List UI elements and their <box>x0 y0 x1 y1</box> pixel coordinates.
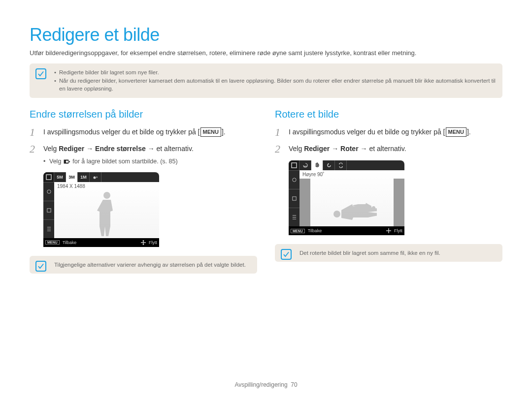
svg-rect-7 <box>292 197 296 200</box>
note-icon <box>281 249 292 260</box>
left-column: Endre størrelsen på bilder 1 I avspillin… <box>30 109 257 280</box>
sub-bullet-text: Velg <box>49 158 63 165</box>
shot-side-icon <box>289 170 299 189</box>
step-text: I avspillingsmodus velger du et bilde og… <box>43 128 198 136</box>
step-text: Velg <box>43 145 59 153</box>
shot-footer-menu: MENU <box>45 240 60 245</box>
shot-footer-back: Tilbake <box>308 228 322 233</box>
page-intro: Utfør bilderedigeringsoppgaver, for ekse… <box>30 49 502 57</box>
svg-rect-0 <box>46 175 51 180</box>
shot-side-icon <box>43 201 54 219</box>
svg-rect-4 <box>292 163 297 168</box>
rotate-screenshot: OFF Høyre 90˚ <box>289 160 404 235</box>
shot-tool-5m: 5M <box>54 172 66 182</box>
step-text: . <box>469 128 471 136</box>
note-icon <box>35 261 46 272</box>
right-heading: Rotere et bilde <box>275 109 502 120</box>
startup-image-icon <box>63 158 71 164</box>
shot-footer-menu: MENU <box>291 229 305 233</box>
shot-side-icon <box>43 182 54 201</box>
shot-tool-1m: 1M <box>78 172 90 182</box>
step-bold: Rediger <box>59 145 84 153</box>
svg-point-1 <box>93 176 96 179</box>
step-bold: Roter <box>340 145 359 153</box>
top-note-box: Redigerte bilder blir lagret som nye fil… <box>30 63 502 98</box>
step-text: Velg <box>289 145 304 153</box>
shot-footer-move: Flytt <box>149 240 157 245</box>
person-silhouette-rotated-icon <box>328 202 377 226</box>
step-text: → <box>330 145 340 153</box>
shot-preview: Høyre 90˚ <box>299 170 404 226</box>
shot-footer-back: Tilbake <box>63 240 77 245</box>
footer-page-number: 70 <box>291 381 297 388</box>
svg-text:OFF: OFF <box>303 165 308 168</box>
step-text: → et alternativ. <box>146 145 194 153</box>
shot-footer: MENU Tilbake Flytt <box>43 238 159 247</box>
rotate-180-icon <box>335 160 347 170</box>
right-step-2: 2 Velg Rediger → Roter → et alternativ. <box>275 144 502 154</box>
shot-toolbar: 5M 3M 1M <box>43 172 159 182</box>
shot-resolution-label: 1984 X 1488 <box>54 182 159 190</box>
page-title: Redigere et bilde <box>30 25 502 45</box>
page-footer: Avspilling/redigering 70 <box>0 381 532 388</box>
shot-footer-move: Flytt <box>394 228 402 233</box>
svg-rect-3 <box>47 208 50 212</box>
svg-point-6 <box>292 178 296 182</box>
note-icon <box>35 68 46 79</box>
footer-section: Avspilling/redigering <box>234 381 287 388</box>
step-bold: Rediger <box>304 145 330 153</box>
shot-sidebar <box>289 170 299 226</box>
shot-side-icon <box>289 189 299 208</box>
shot-toolbar: OFF <box>289 160 404 170</box>
resize-screenshot: 5M 3M 1M 1984 X 1488 <box>43 172 159 247</box>
sub-bullet-text: for å lagre bildet som startbilde. (s. 8… <box>71 158 178 165</box>
note-text: Tilgjengelige alternativer varierer avhe… <box>54 262 246 268</box>
left-bottom-note: Tilgjengelige alternativer varierer avhe… <box>30 256 257 274</box>
step-text: . <box>224 128 226 136</box>
rotate-off-icon: OFF <box>299 160 311 170</box>
shot-side-icon <box>289 208 299 226</box>
shot-letterbox <box>299 179 310 226</box>
svg-point-2 <box>47 189 50 193</box>
step-number: 2 <box>275 144 284 154</box>
step-number: 1 <box>275 127 284 138</box>
left-step-1: 1 I avspillingsmodus velger du et bilde … <box>30 127 257 138</box>
shot-footer: MENU Tilbake Flytt <box>289 226 404 235</box>
left-heading: Endre størrelsen på bilder <box>30 109 257 120</box>
shot-letterbox <box>394 179 404 226</box>
step-text: I avspillingsmodus velger du et bilde og… <box>289 128 443 136</box>
shot-tool-icon <box>289 160 299 170</box>
menu-button-label: MENU <box>446 127 466 137</box>
rotate-left-icon <box>323 160 335 170</box>
right-column: Rotere et bilde 1 I avspillingsmodus vel… <box>275 109 502 280</box>
top-note-item: Redigerte bilder blir lagret som nye fil… <box>54 68 496 77</box>
left-step-2: 2 Velg Rediger → Endre størrelse → et al… <box>30 144 257 154</box>
step-number: 2 <box>30 144 38 154</box>
shot-tool-icon <box>43 172 54 182</box>
shot-tool-icon <box>90 172 101 182</box>
note-text: Det roterte bildet blir lagret som samme… <box>299 250 440 256</box>
rotate-right-icon <box>311 160 323 170</box>
left-sub-bullet: Velg for å lagre bildet som startbilde. … <box>43 157 257 166</box>
right-bottom-note: Det roterte bildet blir lagret som samme… <box>275 244 502 262</box>
shot-side-icon <box>43 219 54 238</box>
shot-preview: 1984 X 1488 <box>54 182 159 238</box>
person-silhouette-icon <box>95 190 119 238</box>
shot-sidebar <box>43 182 54 238</box>
step-text: → et alternativ. <box>359 145 406 153</box>
top-note-item: Når du redigerer bilder, konverterer kam… <box>54 77 496 93</box>
shot-tool-3m-selected: 3M <box>66 172 78 182</box>
step-text: → <box>84 145 95 153</box>
right-step-1: 1 I avspillingsmodus velger du et bilde … <box>275 127 502 138</box>
step-bold: Endre størrelse <box>95 145 146 153</box>
nav-cross-icon <box>141 240 146 245</box>
nav-cross-icon <box>386 228 391 233</box>
step-number: 1 <box>30 127 38 138</box>
shot-rotate-label: Høyre 90˚ <box>299 170 404 179</box>
columns: Endre størrelsen på bilder 1 I avspillin… <box>30 109 502 280</box>
menu-button-label: MENU <box>200 127 221 137</box>
